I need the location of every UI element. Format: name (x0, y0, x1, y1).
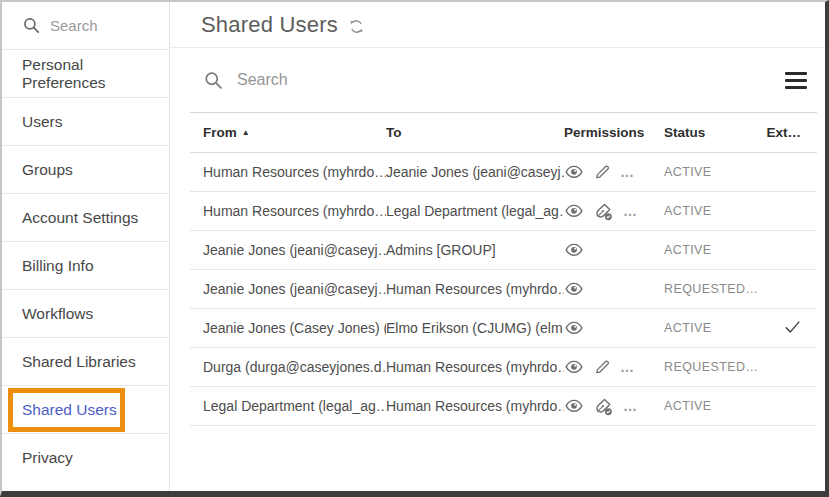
sidebar-item-label: Personal Preferences (22, 56, 169, 92)
sign-pen-icon (593, 202, 614, 221)
sidebar-item-shared-libraries[interactable]: Shared Libraries (2, 338, 169, 386)
permissions-cell: … (564, 281, 664, 297)
sidebar-search-input[interactable] (50, 17, 142, 34)
eye-icon (564, 398, 584, 414)
to-cell: Jeanie Jones (jeani@caseyj… (386, 164, 564, 180)
sidebar-item-label: Billing Info (22, 257, 94, 275)
to-cell: Admins [GROUP] (386, 242, 564, 258)
column-header-status[interactable]: Status (664, 125, 764, 140)
table-row[interactable]: Legal Department (legal_ag… Human Resour… (190, 387, 817, 426)
eye-icon (564, 164, 584, 180)
shared-users-table: From ▲ To Permissions Status Ext… Human … (190, 113, 817, 426)
sidebar-item-label: Account Settings (22, 209, 138, 227)
to-cell: Human Resources (myhrdo… (386, 398, 564, 414)
sort-ascending-icon: ▲ (242, 129, 250, 137)
table-search[interactable] (203, 70, 457, 91)
from-cell: Durga (durga@caseyjones.d… (203, 359, 386, 375)
pencil-icon (593, 163, 611, 181)
from-cell: Legal Department (legal_ag… (203, 398, 386, 414)
more-ellipsis-icon[interactable]: … (620, 359, 635, 375)
table-row[interactable]: Human Resources (myhrdo… Jeanie Jones (j… (190, 153, 817, 192)
refresh-icon[interactable] (348, 18, 365, 35)
settings-sidebar: Personal Preferences Users Groups Accoun… (2, 2, 170, 491)
sidebar-item-workflows[interactable]: Workflows (2, 290, 169, 338)
table-toolbar (190, 48, 817, 113)
table-row[interactable]: Human Resources (myhrdo… Legal Departmen… (190, 192, 817, 231)
column-header-to[interactable]: To (386, 125, 564, 140)
permissions-cell: … (564, 320, 664, 336)
from-cell: Jeanie Jones (jeani@caseyj… (203, 281, 386, 297)
sidebar-nav: Personal Preferences Users Groups Accoun… (2, 50, 169, 482)
from-cell: Human Resources (myhrdo… (203, 164, 386, 180)
status-cell: ACTIVE (664, 399, 764, 413)
permissions-cell: … (564, 242, 664, 258)
sidebar-item-label: Users (22, 113, 62, 131)
sidebar-item-label: Workflows (22, 305, 93, 323)
page-header: Shared Users (170, 2, 825, 48)
from-cell: Jeanie Jones (jeani@caseyj… (203, 242, 386, 258)
table-header-row: From ▲ To Permissions Status Ext… (190, 113, 817, 153)
column-header-permissions[interactable]: Permissions (564, 125, 664, 140)
permissions-cell: … (564, 202, 664, 221)
sidebar-item-label: Groups (22, 161, 73, 179)
to-cell: Human Resources (myhrdo… (386, 281, 564, 297)
sidebar-item-groups[interactable]: Groups (2, 146, 169, 194)
page-title: Shared Users (201, 12, 338, 38)
sidebar-item-shared-users[interactable]: Shared Users (2, 386, 169, 434)
to-cell: Human Resources (myhrdo… (386, 359, 564, 375)
eye-icon (564, 281, 584, 297)
sidebar-item-privacy[interactable]: Privacy (2, 434, 169, 482)
table-row[interactable]: Jeanie Jones (jeani@caseyj… Human Resour… (190, 270, 817, 309)
from-cell: Jeanie Jones (Casey Jones) (… (203, 320, 386, 336)
sidebar-item-account-settings[interactable]: Account Settings (2, 194, 169, 242)
sidebar-item-personal-preferences[interactable]: Personal Preferences (2, 50, 169, 98)
from-cell: Human Resources (myhrdo… (203, 203, 386, 219)
to-cell: Elmo Erikson (CJUMG) (elm… (386, 320, 564, 336)
shared-users-panel: From ▲ To Permissions Status Ext… Human … (170, 48, 825, 426)
table-body: Human Resources (myhrdo… Jeanie Jones (j… (190, 153, 817, 426)
search-icon (203, 70, 224, 91)
main-area: Shared Users (170, 2, 825, 491)
eye-icon (564, 320, 584, 336)
search-icon (22, 16, 41, 35)
sidebar-item-label: Privacy (22, 449, 73, 467)
permissions-cell: … (564, 397, 664, 416)
column-header-ext[interactable]: Ext… (764, 125, 817, 140)
table-row[interactable]: Jeanie Jones (jeani@caseyj… Admins [GROU… (190, 231, 817, 270)
to-cell: Legal Department (legal_ag… (386, 203, 564, 219)
table-search-input[interactable] (237, 71, 457, 89)
table-row[interactable]: Jeanie Jones (Casey Jones) (… Elmo Eriks… (190, 309, 817, 348)
eye-icon (564, 203, 584, 219)
status-cell: ACTIVE (664, 243, 764, 257)
permissions-cell: … (564, 163, 664, 181)
menu-icon[interactable] (785, 72, 807, 89)
status-cell: ACTIVE (664, 321, 764, 335)
more-ellipsis-icon[interactable]: … (620, 164, 635, 180)
eye-icon (564, 242, 584, 258)
sidebar-item-users[interactable]: Users (2, 98, 169, 146)
sign-pen-icon (593, 397, 614, 416)
permissions-cell: … (564, 358, 664, 376)
ext-cell (764, 320, 817, 337)
checkmark-icon (784, 320, 801, 334)
status-cell: ACTIVE (664, 204, 764, 218)
sidebar-item-label: Shared Libraries (22, 353, 136, 371)
status-cell: REQUESTED… (664, 360, 764, 374)
status-cell: REQUESTED… (664, 282, 764, 296)
eye-icon (564, 359, 584, 375)
sidebar-item-billing-info[interactable]: Billing Info (2, 242, 169, 290)
more-ellipsis-icon[interactable]: … (623, 203, 638, 219)
sidebar-item-label: Shared Users (22, 401, 117, 419)
status-cell: ACTIVE (664, 165, 764, 179)
column-header-from[interactable]: From ▲ (203, 125, 386, 140)
sidebar-search[interactable] (2, 2, 169, 50)
table-row[interactable]: Durga (durga@caseyjones.d… Human Resourc… (190, 348, 817, 387)
pencil-icon (593, 358, 611, 376)
more-ellipsis-icon[interactable]: … (623, 398, 638, 414)
screenshot-frame: Personal Preferences Users Groups Accoun… (0, 0, 829, 497)
